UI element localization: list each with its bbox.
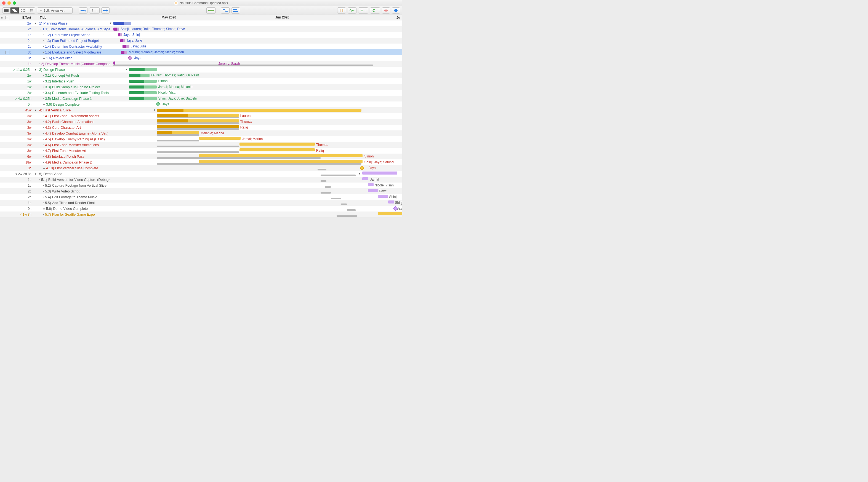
task-row[interactable]: 1w•3.2)Interface PushSimon [0,78,402,84]
add-task-button[interactable]: + [79,7,88,13]
sync-down-button[interactable]: ⌄ [370,7,380,13]
add-milestone-button[interactable] [101,7,110,13]
baseline-button[interactable] [337,7,346,13]
title-column-header[interactable]: Title [38,15,111,20]
view-network-button[interactable] [19,7,27,13]
gantt-cell[interactable]: ▼ [111,171,402,177]
task-row[interactable]: 2d•5.3)Write Video ScriptDave [0,188,402,194]
gantt-cell[interactable]: Simon [111,78,402,84]
group-row[interactable]: 2w▼1)Planning Phase▼ [0,21,402,26]
task-row[interactable]: 2d•1.1)Brainstorm Themes, Audience, Art … [0,26,402,32]
task-row[interactable]: 3w•4.7)First Zone Monster ArtRafiq [0,148,402,154]
gantt-bar[interactable] [362,177,368,180]
gantt-cell[interactable]: Jaya [111,165,402,171]
attachment-column-header[interactable]: ⎋ [0,15,4,20]
gantt-bar[interactable] [123,45,129,48]
gantt-bar[interactable] [378,195,388,198]
task-row[interactable]: 2d•1.4)Determine Contractor Availability… [0,43,402,50]
critical-path-button[interactable] [382,7,390,13]
view-gantt-button[interactable] [10,7,19,13]
group-row[interactable]: > 11w 0.25h▼3)Design Phase▼ [0,67,402,72]
split-mode-button[interactable]: ↔ Split: Actual vs… ⌄ [37,7,72,13]
gantt-cell[interactable]: Jeremy; Sarah [111,61,402,67]
gantt-cell[interactable]: Melanie; Marina [111,130,402,136]
publish-button[interactable]: ⌄ [358,7,368,13]
gantt-cell[interactable]: Dave [111,188,402,194]
minimize-icon[interactable] [7,1,11,5]
gantt-cell[interactable]: Jaya [111,101,402,107]
task-row[interactable]: 1d•5.2)Capture Footage from Vertical Sli… [0,183,402,188]
task-row[interactable]: 3w•4.2)Basic Character AnimationsThomas [0,119,402,125]
gantt-cell[interactable]: Simon [111,154,402,159]
timeline-header[interactable]: May 2020Jun 2020 [111,15,395,20]
gantt-cell[interactable]: Jaya [111,55,402,61]
task-row[interactable]: > 4w 0.25h•3.5)Media Campaign Phase 1Shi… [0,96,402,101]
gantt-cell[interactable]: Jaya; Julie [111,38,402,43]
gantt-disclosure-triangle[interactable]: ▼ [125,68,128,71]
close-icon[interactable] [2,1,5,5]
reschedule-button[interactable] [221,7,229,13]
zoom-button[interactable]: J⊕ [395,15,402,20]
gantt-bar[interactable] [157,119,239,122]
gantt-disclosure-triangle[interactable]: ▼ [153,109,156,111]
gantt-bar[interactable] [120,39,125,42]
simulations-button[interactable] [348,7,356,13]
task-row[interactable]: 0h◆3.6)Design CompleteJaya [0,101,402,107]
task-row[interactable]: 2w•3.3)Build Sample In-Engine ProjectJam… [0,84,402,90]
task-row[interactable]: 3w•4.6)First Zone Monster AnimationsThom… [0,142,402,148]
task-row[interactable]: 2w•3.4)Research and Evaluate Testing Too… [0,90,402,96]
task-row[interactable]: 1h•2)Develop Theme Music (Contract Compo… [0,61,402,67]
gantt-bar[interactable] [368,189,378,192]
gantt-cell[interactable]: Marina; Melanie; Jamal; Nicole; Yisan [111,50,402,55]
disclosure-triangle[interactable]: ▼ [33,107,38,113]
view-list-button[interactable] [2,7,10,13]
gantt-bar[interactable] [129,91,157,94]
gantt-bar[interactable] [129,80,157,83]
gantt-cell[interactable]: Jaya [111,206,402,212]
catchup-button[interactable] [206,7,216,13]
gantt-bar[interactable] [129,86,157,89]
gantt-bar[interactable] [129,74,150,77]
gantt-cell[interactable]: Shinji [111,194,402,200]
task-row[interactable]: 3w•4.5)Develop Enemy Pathing AI (Basic)J… [0,136,402,142]
inspector-button[interactable]: i [392,7,400,13]
task-row[interactable]: 6w•4.8)Interface Polish PassSimon [0,154,402,159]
gantt-cell[interactable]: Lauren; Thomas; Rafiq; Oil Paint [111,72,402,78]
task-row[interactable]: 2d•1.3)Plan Estimated Project BudgetJaya… [0,38,402,43]
gantt-cell[interactable]: Shinji; Jaya; Julie; Satoshi [111,96,402,101]
gantt-cell[interactable]: ▼ [111,107,402,113]
task-row[interactable]: 3w•4.4)Develop Combat Engine (Alpha Ver.… [0,130,402,136]
gantt-cell[interactable]: Shinji; Jaya; Satoshi [111,159,402,165]
task-row[interactable]: 0h◆5.6)Demo Video CompleteJaya [0,206,402,212]
group-row[interactable]: < 2w 2d 8h▼5)Demo Video▼ [0,171,402,177]
gantt-bar[interactable] [157,114,239,117]
disclosure-triangle[interactable]: ▼ [33,67,38,72]
group-row[interactable]: 45w▼4)First Vertical Slice▼ [0,107,402,113]
task-row[interactable]: 0h◆4.10)First Vertical Slice CompleteJay… [0,165,402,171]
gantt-bar[interactable] [362,171,397,174]
task-row[interactable]: 1d•1.2)Determine Project ScopeJaya; Shin… [0,32,402,38]
gantt-cell[interactable]: Rafiq [111,125,402,130]
gantt-cell[interactable]: Rafiq [111,148,402,154]
task-row[interactable]: 3w•4.3)Core Character ArtRafiq [0,125,402,130]
gantt-cell[interactable]: Shinji [111,200,402,206]
gantt-bar[interactable] [114,62,115,65]
gantt-cell[interactable]: Jamal; Marina [111,136,402,142]
gantt-cell[interactable]: Nicole; Yisan [111,183,402,188]
task-row[interactable]: 0h◆1.6)Project PitchJaya [0,55,402,61]
gantt-bar[interactable] [114,28,119,31]
gantt-bar[interactable] [114,22,132,25]
gantt-bar[interactable] [121,51,127,54]
gantt-bar[interactable] [199,160,363,163]
zoom-icon[interactable] [13,1,16,5]
gantt-cell[interactable]: Jamal; Marina; Melanie [111,84,402,90]
task-row[interactable]: 2w•3.1)Concept Art PushLauren; Thomas; R… [0,72,402,78]
gantt-cell[interactable]: Lauren [111,113,402,119]
gantt-disclosure-triangle[interactable]: ▼ [111,22,112,25]
task-row[interactable]: 3d•1.5)Evaluate and Select MiddlewareMar… [0,50,402,55]
task-row[interactable]: < 1w 8h•5.7)Plan for Seattle Game ExpoJa… [0,212,402,217]
gantt-bar[interactable] [129,97,157,100]
note-icon[interactable] [5,51,9,54]
gantt-bar[interactable] [157,109,362,112]
task-row[interactable]: 1d•5.5)Add Titles and Render FinalShinji [0,200,402,206]
